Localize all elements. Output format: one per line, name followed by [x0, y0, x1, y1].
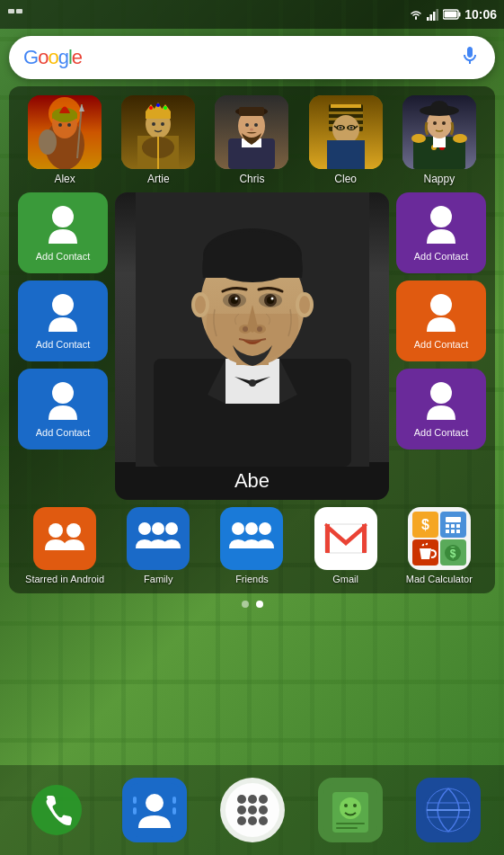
svg-rect-39	[239, 107, 264, 116]
add-contact-btn-blue1[interactable]: Add Contact	[18, 281, 108, 361]
svg-point-61	[453, 134, 467, 143]
abe-portrait-svg	[136, 192, 369, 467]
calc-coffee	[412, 539, 438, 566]
svg-rect-45	[331, 104, 361, 108]
nappy-portrait	[402, 95, 476, 169]
svg-point-100	[49, 523, 63, 538]
page-dot-1	[242, 601, 249, 608]
alex-portrait	[28, 95, 102, 169]
calc-calc-icon	[440, 512, 466, 538]
svg-rect-116	[456, 524, 460, 528]
svg-point-87	[234, 298, 237, 300]
add-contact-label-purple2: Add Contact	[414, 427, 469, 438]
add-contact-btn-purple2[interactable]: Add Contact	[396, 369, 486, 450]
person-silhouette-icon4	[423, 204, 459, 247]
add-contact-btn-green[interactable]: Add Contact	[18, 192, 108, 273]
svg-point-92	[257, 326, 262, 332]
svg-point-16	[58, 123, 62, 127]
add-contact-btn-blue2[interactable]: Add Contact	[18, 369, 108, 450]
svg-rect-23	[146, 111, 171, 119]
add-contact-label-green: Add Contact	[36, 251, 91, 262]
mad-calc-icon: $	[408, 507, 471, 570]
contact-name-artie: Artie	[147, 173, 170, 185]
svg-point-96	[299, 296, 310, 314]
notes-icon-svg	[323, 783, 377, 837]
svg-rect-115	[451, 524, 455, 528]
svg-point-132	[237, 795, 246, 804]
gmail-label: Gmail	[332, 574, 358, 584]
person-silhouette-icon	[45, 204, 81, 247]
contact-nappy[interactable]: Nappy	[399, 95, 480, 185]
chris-portrait	[215, 95, 288, 169]
contact-chris[interactable]: Chris	[211, 95, 292, 185]
status-bar: 10:06	[0, 0, 504, 29]
svg-rect-113	[446, 517, 461, 522]
dock-browser[interactable]	[416, 778, 481, 842]
app-family[interactable]: Family	[118, 507, 199, 584]
svg-point-49	[332, 115, 359, 144]
app-gmail[interactable]: Gmail	[305, 507, 386, 584]
svg-point-55	[349, 127, 352, 129]
svg-rect-4	[433, 12, 436, 21]
right-contacts: Add Contact Add Contact Add Contact	[396, 192, 486, 500]
search-bar[interactable]: Google	[9, 36, 495, 79]
svg-point-138	[237, 816, 246, 825]
main-area: Add Contact Add Contact Add Contact	[18, 192, 486, 500]
svg-point-27	[149, 106, 153, 110]
dock-contacts[interactable]	[122, 778, 187, 842]
svg-rect-1	[16, 9, 22, 13]
person-silhouette-icon5	[423, 292, 459, 335]
add-contact-label-purple1: Add Contact	[414, 251, 469, 262]
svg-point-98	[430, 294, 452, 316]
app-mad-calculator[interactable]: $	[399, 507, 480, 584]
bottom-apps-row: Starred in Android Family	[18, 507, 486, 584]
svg-rect-127	[133, 807, 137, 815]
svg-point-77	[249, 379, 256, 387]
dock	[0, 765, 504, 855]
svg-point-95	[195, 296, 206, 314]
svg-point-28	[156, 103, 160, 107]
svg-rect-14	[52, 113, 77, 119]
svg-point-17	[67, 123, 71, 127]
add-contact-label-blue2: Add Contact	[36, 427, 91, 438]
contact-avatar-cleo	[309, 95, 383, 169]
svg-point-106	[245, 522, 258, 535]
add-contact-btn-orange[interactable]: Add Contact	[396, 281, 486, 361]
person-silhouette-icon2	[45, 292, 81, 335]
svg-point-101	[66, 523, 81, 538]
svg-rect-7	[459, 13, 461, 17]
svg-rect-46	[329, 111, 363, 114]
google-logo: Google	[23, 46, 82, 69]
notification-icon	[7, 8, 23, 21]
svg-rect-129	[172, 807, 176, 815]
add-contact-btn-purple1[interactable]: Add Contact	[396, 192, 486, 273]
svg-rect-147	[336, 827, 358, 829]
contact-cleo[interactable]: Cleo	[305, 95, 386, 185]
dock-apps-button[interactable]	[220, 778, 285, 842]
svg-point-97	[430, 206, 452, 227]
app-friends[interactable]: Friends	[211, 507, 292, 584]
add-contact-label-blue1: Add Contact	[36, 339, 91, 350]
apps-grid-svg	[225, 783, 279, 837]
friends-label: Friends	[235, 574, 269, 584]
svg-point-60	[411, 134, 426, 143]
dock-notes[interactable]	[318, 778, 383, 842]
contact-avatar-alex	[28, 95, 102, 169]
abe-contact[interactable]: Abe	[115, 192, 389, 500]
svg-point-91	[243, 326, 248, 332]
svg-rect-117	[446, 530, 449, 533]
svg-point-134	[259, 795, 268, 804]
svg-point-140	[259, 816, 268, 825]
svg-point-130	[146, 794, 164, 812]
svg-point-29	[164, 106, 167, 110]
contact-alex[interactable]: Alex	[24, 95, 105, 185]
svg-point-107	[259, 522, 271, 535]
app-starred-android[interactable]: Starred in Android	[24, 507, 105, 584]
contact-name-nappy: Nappy	[424, 173, 455, 185]
contact-artie[interactable]: Artie	[118, 95, 199, 185]
mic-icon[interactable]	[459, 45, 481, 71]
dock-phone[interactable]	[24, 778, 89, 842]
svg-point-88	[270, 298, 273, 300]
cleo-portrait	[309, 95, 383, 169]
svg-rect-118	[451, 530, 455, 533]
